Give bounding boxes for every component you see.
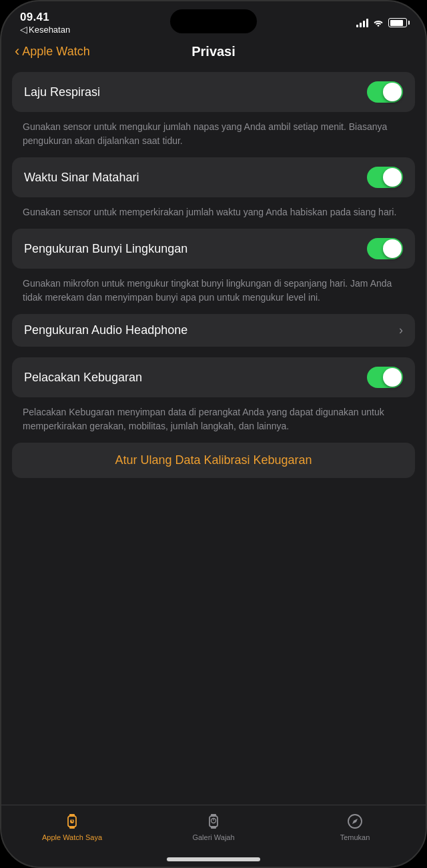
bunyi-lingkungan-toggle[interactable] xyxy=(367,238,403,259)
back-button[interactable]: ‹ Apple Watch xyxy=(15,44,90,59)
wifi-icon xyxy=(372,18,384,27)
home-indicator xyxy=(167,857,260,861)
bottom-area: Apple Watch Saya Galeri Wajah xyxy=(1,805,426,867)
svg-rect-2 xyxy=(69,814,75,816)
pelacakan-kebugaran-row: Pelacakan Kebugaran xyxy=(12,357,415,397)
pelacakan-kebugaran-card: Pelacakan Kebugaran xyxy=(12,357,415,397)
audio-headphone-card[interactable]: Pengukuran Audio Headphone › xyxy=(12,314,415,347)
svg-point-0 xyxy=(378,25,380,27)
waktu-sinar-toggle[interactable] xyxy=(367,167,403,188)
svg-rect-8 xyxy=(211,814,216,816)
tab-my-watch-label: Apple Watch Saya xyxy=(42,833,102,841)
svg-rect-9 xyxy=(211,827,216,829)
reset-kalibrasi-label: Atur Ulang Data Kalibrasi Kebugaran xyxy=(115,453,312,467)
toggle-knob-3 xyxy=(383,239,402,258)
svg-rect-3 xyxy=(69,827,75,829)
my-watch-icon xyxy=(63,812,81,831)
back-label: Apple Watch xyxy=(22,45,89,59)
tab-bar: Apple Watch Saya Galeri Wajah xyxy=(1,805,426,855)
phone-frame: 09.41 ◁ Kesehatan xyxy=(0,0,427,868)
svg-rect-7 xyxy=(209,816,218,827)
chevron-right-icon: › xyxy=(399,323,403,337)
content-area: Laju Respirasi Gunakan sensor untuk meng… xyxy=(1,67,426,805)
audio-headphone-label: Pengukuran Audio Headphone xyxy=(24,323,187,337)
bunyi-lingkungan-row: Pengukuran Bunyi Lingkungan xyxy=(12,229,415,269)
bunyi-lingkungan-card: Pengukuran Bunyi Lingkungan xyxy=(12,229,415,269)
laju-respirasi-toggle[interactable] xyxy=(367,81,403,103)
pelacakan-kebugaran-desc: Pelacakan Kebugaran menyimpan data di pe… xyxy=(12,403,415,443)
phone-screen: 09.41 ◁ Kesehatan xyxy=(1,1,426,867)
signal-icon xyxy=(356,18,368,27)
tab-discover[interactable]: Temukan xyxy=(285,812,425,841)
reset-kalibrasi-card[interactable]: Atur Ulang Data Kalibrasi Kebugaran xyxy=(12,443,415,478)
svg-marker-13 xyxy=(352,819,358,824)
dynamic-island xyxy=(170,9,257,33)
pelacakan-kebugaran-toggle[interactable] xyxy=(367,367,403,388)
bunyi-lingkungan-label: Pengukuran Bunyi Lingkungan xyxy=(24,242,187,256)
toggle-knob-4 xyxy=(383,368,402,387)
tab-my-watch[interactable]: Apple Watch Saya xyxy=(2,812,142,841)
waktu-sinar-row: Waktu Sinar Matahari xyxy=(12,157,415,197)
laju-respirasi-card: Laju Respirasi xyxy=(12,72,415,112)
waktu-sinar-desc: Gunakan sensor untuk memperkirakan jumla… xyxy=(12,203,415,229)
status-icons xyxy=(356,18,407,27)
discover-icon xyxy=(346,812,364,831)
toggle-knob xyxy=(383,83,402,101)
tab-face-gallery-label: Galeri Wajah xyxy=(192,833,234,841)
battery-icon xyxy=(388,18,407,27)
laju-respirasi-row: Laju Respirasi xyxy=(12,72,415,112)
laju-respirasi-desc: Gunakan sensor untuk mengukur jumlah nap… xyxy=(12,117,415,157)
waktu-sinar-card: Waktu Sinar Matahari xyxy=(12,157,415,197)
toggle-knob-2 xyxy=(383,168,402,187)
nav-bar: ‹ Apple Watch Privasi xyxy=(1,39,426,67)
status-back-label: Kesehatan xyxy=(29,25,70,35)
tab-discover-label: Temukan xyxy=(340,833,370,841)
bunyi-lingkungan-desc: Gunakan mikrofon untuk mengukur tingkat … xyxy=(12,274,415,314)
waktu-sinar-label: Waktu Sinar Matahari xyxy=(24,171,139,185)
pelacakan-kebugaran-label: Pelacakan Kebugaran xyxy=(24,371,142,385)
back-chevron-icon: ‹ xyxy=(15,44,19,59)
laju-respirasi-label: Laju Respirasi xyxy=(24,85,100,99)
status-time: 09.41 xyxy=(20,11,49,24)
page-title: Privasi xyxy=(191,44,236,59)
face-gallery-icon xyxy=(204,812,223,831)
tab-face-gallery[interactable]: Galeri Wajah xyxy=(143,812,284,841)
audio-headphone-row[interactable]: Pengukuran Audio Headphone › xyxy=(12,314,415,347)
reset-kalibrasi-row[interactable]: Atur Ulang Data Kalibrasi Kebugaran xyxy=(12,443,415,478)
